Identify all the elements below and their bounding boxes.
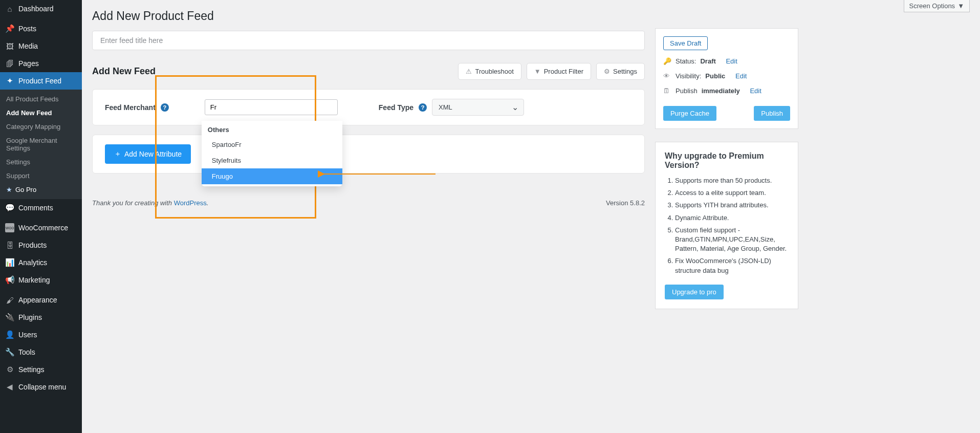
visibility-value: Public xyxy=(705,72,725,80)
feed-type-label: Feed Type xyxy=(379,103,413,112)
dropdown-item-spartoofr[interactable]: SpartooFr xyxy=(202,137,342,153)
annotation-arrow xyxy=(318,169,441,179)
eye-icon: 👁 xyxy=(663,72,671,80)
premium-item: Custom field support - Brand,GTIN,MPN,UP… xyxy=(675,226,789,254)
sidebar-item-plugins[interactable]: 🔌Plugins xyxy=(0,309,82,326)
edit-status-link[interactable]: Edit xyxy=(726,57,737,65)
sidebar-item-products[interactable]: 🗄Products xyxy=(0,236,82,254)
comment-icon: 💬 xyxy=(5,203,14,212)
publish-metabox: Save Draft 🔑Status: Draft Edit 👁Visibili… xyxy=(655,28,798,129)
sub-go-pro[interactable]: ★Go Pro xyxy=(0,183,82,197)
upgrade-to-pro-button[interactable]: Upgrade to pro xyxy=(665,285,724,299)
sidebar-label: WooCommerce xyxy=(18,224,68,232)
premium-item: Supports YITH brand attributes. xyxy=(675,201,789,210)
troubleshoot-button[interactable]: ⚠Troubleshoot xyxy=(458,63,521,80)
plus-icon: ＋ xyxy=(114,149,121,159)
media-icon: 🖾 xyxy=(5,41,14,51)
edit-visibility-link[interactable]: Edit xyxy=(735,72,747,80)
merchant-search-input[interactable] xyxy=(205,99,338,115)
premium-upgrade-box: Why upgrade to Premium Version? Supports… xyxy=(655,142,798,309)
feed-title-input[interactable] xyxy=(92,31,645,50)
chevron-down-icon: ▼ xyxy=(957,2,964,10)
footer-thanks: Thank you for creating with xyxy=(92,199,174,207)
publish-label: Publish xyxy=(676,87,698,95)
filter-icon: ▼ xyxy=(534,68,541,75)
sidebar-item-marketing[interactable]: 📢Marketing xyxy=(0,271,82,289)
sidebar-label: Product Feed xyxy=(18,77,61,85)
sidebar-label: Products xyxy=(18,241,47,249)
pin-icon: 📌 xyxy=(5,24,14,33)
sub-all-feeds[interactable]: All Product Feeds xyxy=(0,92,82,106)
gear-icon: ⚙ xyxy=(604,68,610,75)
sub-settings[interactable]: Settings xyxy=(0,155,82,169)
edit-publish-link[interactable]: Edit xyxy=(750,87,761,95)
sidebar-item-tools[interactable]: 🔧Tools xyxy=(0,343,82,361)
product-filter-button[interactable]: ▼Product Filter xyxy=(527,63,591,80)
product-feed-icon: ✦ xyxy=(5,76,14,85)
publish-button[interactable]: Publish xyxy=(754,106,790,121)
premium-item: Access to a elite support team. xyxy=(675,188,789,198)
users-icon: 👤 xyxy=(5,330,14,339)
sidebar-item-pages[interactable]: 🗐Pages xyxy=(0,55,82,72)
sidebar-item-users[interactable]: 👤Users xyxy=(0,326,82,343)
sidebar-label: Pages xyxy=(18,59,39,68)
page-title: Add New Product Feed xyxy=(92,9,645,23)
admin-sidebar: ⌂Dashboard 📌Posts 🖾Media 🗐Pages ✦Product… xyxy=(0,0,82,433)
sidebar-label: Posts xyxy=(18,25,36,33)
add-new-attribute-button[interactable]: ＋Add New Attribute xyxy=(105,144,191,164)
sidebar-item-settings[interactable]: ⚙Settings xyxy=(0,361,82,378)
products-icon: 🗄 xyxy=(5,241,14,250)
sidebar-label: Appearance xyxy=(18,296,57,304)
feed-type-select[interactable]: XML xyxy=(432,99,524,116)
sidebar-submenu: All Product Feeds Add New Feed Category … xyxy=(0,90,82,199)
appearance-icon: 🖌 xyxy=(5,295,14,305)
wp-version: Version 5.8.2 xyxy=(606,199,645,207)
sub-support[interactable]: Support xyxy=(0,169,82,183)
section-heading: Add New Feed xyxy=(92,66,156,77)
marketing-icon: 📢 xyxy=(5,275,14,285)
wordpress-link[interactable]: WordPress xyxy=(174,199,207,207)
status-label: Status: xyxy=(676,57,696,65)
analytics-icon: 📊 xyxy=(5,258,14,267)
sidebar-item-posts[interactable]: 📌Posts xyxy=(0,20,82,37)
footer-period: . xyxy=(207,199,209,207)
sidebar-item-dashboard[interactable]: ⌂Dashboard xyxy=(0,0,82,17)
screen-options-toggle[interactable]: Screen Options▼ xyxy=(904,0,970,12)
page-icon: 🗐 xyxy=(5,59,14,68)
sub-category-mapping[interactable]: Category Mapping xyxy=(0,120,82,134)
feed-merchant-label: Feed Merchant xyxy=(105,103,156,112)
sidebar-item-woocommerce[interactable]: wooWooCommerce xyxy=(0,219,82,236)
publish-value: immediately xyxy=(702,87,740,95)
warning-icon: ⚠ xyxy=(466,68,472,75)
collapse-icon: ◀ xyxy=(5,382,14,392)
visibility-label: Visibility: xyxy=(676,72,701,80)
help-icon[interactable]: ? xyxy=(161,103,169,112)
sidebar-item-product-feed[interactable]: ✦Product Feed xyxy=(0,72,82,90)
calendar-icon: 🗓 xyxy=(663,87,671,95)
star-icon: ★ xyxy=(6,186,12,193)
sidebar-label: Dashboard xyxy=(18,5,54,13)
sub-add-new-feed[interactable]: Add New Feed xyxy=(0,106,82,120)
tools-icon: 🔧 xyxy=(5,348,14,357)
dropdown-item-stylefruits[interactable]: Stylefruits xyxy=(202,153,342,168)
sidebar-label: Analytics xyxy=(18,258,47,267)
sidebar-collapse[interactable]: ◀Collapse menu xyxy=(0,378,82,396)
premium-item: Supports more than 50 products. xyxy=(675,176,789,185)
status-value: Draft xyxy=(700,57,715,65)
sidebar-label: Settings xyxy=(18,365,45,374)
sidebar-label: Media xyxy=(18,42,38,50)
save-draft-button[interactable]: Save Draft xyxy=(663,36,708,50)
sidebar-item-comments[interactable]: 💬Comments xyxy=(0,199,82,216)
sidebar-item-analytics[interactable]: 📊Analytics xyxy=(0,254,82,271)
sidebar-label: Tools xyxy=(18,348,35,356)
sidebar-label: Plugins xyxy=(18,313,42,321)
sidebar-label: Marketing xyxy=(18,276,50,284)
sidebar-item-media[interactable]: 🖾Media xyxy=(0,37,82,55)
sidebar-label: Users xyxy=(18,331,37,339)
purge-cache-button[interactable]: Purge Cache xyxy=(663,106,716,121)
help-icon[interactable]: ? xyxy=(419,103,427,112)
settings-button[interactable]: ⚙Settings xyxy=(596,63,645,80)
sidebar-item-appearance[interactable]: 🖌Appearance xyxy=(0,291,82,309)
settings-icon: ⚙ xyxy=(5,365,14,374)
sub-google-merchant[interactable]: Google MerchantSettings xyxy=(0,134,82,155)
